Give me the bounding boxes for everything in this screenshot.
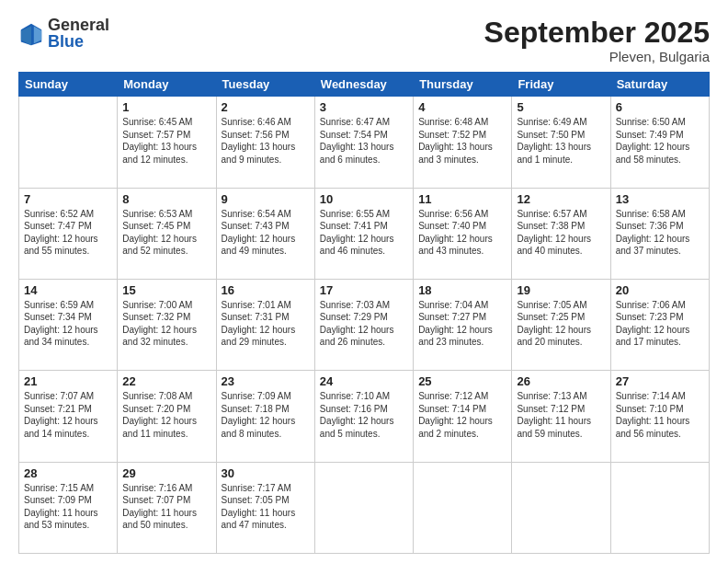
day-info: Sunrise: 7:10 AM Sunset: 7:16 PM Dayligh… xyxy=(320,390,408,440)
day-number: 21 xyxy=(24,374,112,388)
weekday-header-row: SundayMondayTuesdayWednesdayThursdayFrid… xyxy=(19,73,710,97)
day-number: 3 xyxy=(320,100,408,114)
weekday-header: Sunday xyxy=(19,73,118,97)
subtitle: Pleven, Bulgaria xyxy=(484,49,710,64)
day-number: 22 xyxy=(122,374,210,388)
calendar-cell: 16Sunrise: 7:01 AM Sunset: 7:31 PM Dayli… xyxy=(216,279,314,370)
day-info: Sunrise: 6:58 AM Sunset: 7:36 PM Dayligh… xyxy=(616,208,704,258)
day-number: 24 xyxy=(320,374,408,388)
week-row: 7Sunrise: 6:52 AM Sunset: 7:47 PM Daylig… xyxy=(19,188,710,279)
day-number: 14 xyxy=(24,283,112,297)
calendar-cell: 6Sunrise: 6:50 AM Sunset: 7:49 PM Daylig… xyxy=(610,97,709,188)
weekday-header: Monday xyxy=(118,73,216,97)
day-number: 19 xyxy=(517,283,605,297)
page: General Blue September 2025 Pleven, Bulg… xyxy=(0,0,728,563)
calendar-cell: 30Sunrise: 7:17 AM Sunset: 7:05 PM Dayli… xyxy=(216,462,314,553)
calendar-cell: 4Sunrise: 6:48 AM Sunset: 7:52 PM Daylig… xyxy=(414,97,512,188)
day-number: 2 xyxy=(222,100,310,114)
calendar-cell xyxy=(610,462,709,553)
calendar-cell xyxy=(414,462,512,553)
day-info: Sunrise: 7:06 AM Sunset: 7:23 PM Dayligh… xyxy=(616,299,704,349)
calendar-cell xyxy=(19,97,118,188)
day-info: Sunrise: 7:14 AM Sunset: 7:10 PM Dayligh… xyxy=(616,390,704,440)
calendar-cell: 29Sunrise: 7:16 AM Sunset: 7:07 PM Dayli… xyxy=(118,462,216,553)
calendar-cell: 2Sunrise: 6:46 AM Sunset: 7:56 PM Daylig… xyxy=(216,97,314,188)
day-info: Sunrise: 6:46 AM Sunset: 7:56 PM Dayligh… xyxy=(222,116,310,166)
logo-icon xyxy=(18,21,44,47)
day-info: Sunrise: 6:50 AM Sunset: 7:49 PM Dayligh… xyxy=(616,116,704,166)
calendar-cell: 25Sunrise: 7:12 AM Sunset: 7:14 PM Dayli… xyxy=(414,371,512,462)
week-row: 21Sunrise: 7:07 AM Sunset: 7:21 PM Dayli… xyxy=(19,371,710,462)
calendar-cell xyxy=(512,462,610,553)
day-number: 30 xyxy=(222,466,310,480)
day-info: Sunrise: 7:07 AM Sunset: 7:21 PM Dayligh… xyxy=(24,390,112,440)
day-info: Sunrise: 6:49 AM Sunset: 7:50 PM Dayligh… xyxy=(517,116,605,166)
header: General Blue September 2025 Pleven, Bulg… xyxy=(18,17,710,64)
calendar-cell: 1Sunrise: 6:45 AM Sunset: 7:57 PM Daylig… xyxy=(118,97,216,188)
day-info: Sunrise: 7:09 AM Sunset: 7:18 PM Dayligh… xyxy=(222,390,310,440)
day-info: Sunrise: 6:45 AM Sunset: 7:57 PM Dayligh… xyxy=(122,116,210,166)
calendar-cell: 27Sunrise: 7:14 AM Sunset: 7:10 PM Dayli… xyxy=(610,371,709,462)
calendar-cell: 18Sunrise: 7:04 AM Sunset: 7:27 PM Dayli… xyxy=(414,279,512,370)
week-row: 28Sunrise: 7:15 AM Sunset: 7:09 PM Dayli… xyxy=(19,462,710,553)
day-number: 28 xyxy=(24,466,112,480)
calendar-cell: 9Sunrise: 6:54 AM Sunset: 7:43 PM Daylig… xyxy=(216,188,314,279)
day-info: Sunrise: 7:05 AM Sunset: 7:25 PM Dayligh… xyxy=(517,299,605,349)
calendar-cell: 26Sunrise: 7:13 AM Sunset: 7:12 PM Dayli… xyxy=(512,371,610,462)
day-number: 16 xyxy=(222,283,310,297)
day-number: 4 xyxy=(418,100,506,114)
day-number: 7 xyxy=(24,192,112,206)
day-info: Sunrise: 7:17 AM Sunset: 7:05 PM Dayligh… xyxy=(222,482,310,532)
calendar-cell xyxy=(314,462,413,553)
month-title: September 2025 xyxy=(484,17,710,49)
week-row: 14Sunrise: 6:59 AM Sunset: 7:34 PM Dayli… xyxy=(19,279,710,370)
calendar-cell: 21Sunrise: 7:07 AM Sunset: 7:21 PM Dayli… xyxy=(19,371,118,462)
day-number: 29 xyxy=(122,466,210,480)
weekday-header: Tuesday xyxy=(216,73,314,97)
weekday-header: Wednesday xyxy=(314,73,413,97)
day-number: 15 xyxy=(122,283,210,297)
day-number: 18 xyxy=(418,283,506,297)
calendar-cell: 17Sunrise: 7:03 AM Sunset: 7:29 PM Dayli… xyxy=(314,279,413,370)
calendar-cell: 11Sunrise: 6:56 AM Sunset: 7:40 PM Dayli… xyxy=(414,188,512,279)
calendar-cell: 22Sunrise: 7:08 AM Sunset: 7:20 PM Dayli… xyxy=(118,371,216,462)
day-info: Sunrise: 7:16 AM Sunset: 7:07 PM Dayligh… xyxy=(122,482,210,532)
day-info: Sunrise: 6:55 AM Sunset: 7:41 PM Dayligh… xyxy=(320,208,408,258)
day-number: 8 xyxy=(122,192,210,206)
day-info: Sunrise: 7:12 AM Sunset: 7:14 PM Dayligh… xyxy=(418,390,506,440)
day-number: 5 xyxy=(517,100,605,114)
calendar: SundayMondayTuesdayWednesdayThursdayFrid… xyxy=(18,72,710,554)
logo-text: General Blue xyxy=(48,17,109,50)
title-block: September 2025 Pleven, Bulgaria xyxy=(484,17,710,64)
calendar-cell: 13Sunrise: 6:58 AM Sunset: 7:36 PM Dayli… xyxy=(610,188,709,279)
day-info: Sunrise: 7:15 AM Sunset: 7:09 PM Dayligh… xyxy=(24,482,112,532)
calendar-cell: 28Sunrise: 7:15 AM Sunset: 7:09 PM Dayli… xyxy=(19,462,118,553)
weekday-header: Friday xyxy=(512,73,610,97)
week-row: 1Sunrise: 6:45 AM Sunset: 7:57 PM Daylig… xyxy=(19,97,710,188)
logo-general: General xyxy=(48,17,109,33)
calendar-cell: 23Sunrise: 7:09 AM Sunset: 7:18 PM Dayli… xyxy=(216,371,314,462)
day-number: 6 xyxy=(616,100,704,114)
day-info: Sunrise: 6:57 AM Sunset: 7:38 PM Dayligh… xyxy=(517,208,605,258)
day-number: 13 xyxy=(616,192,704,206)
calendar-cell: 24Sunrise: 7:10 AM Sunset: 7:16 PM Dayli… xyxy=(314,371,413,462)
day-number: 23 xyxy=(222,374,310,388)
day-info: Sunrise: 7:00 AM Sunset: 7:32 PM Dayligh… xyxy=(122,299,210,349)
weekday-header: Thursday xyxy=(414,73,512,97)
day-info: Sunrise: 6:52 AM Sunset: 7:47 PM Dayligh… xyxy=(24,208,112,258)
calendar-cell: 14Sunrise: 6:59 AM Sunset: 7:34 PM Dayli… xyxy=(19,279,118,370)
calendar-cell: 10Sunrise: 6:55 AM Sunset: 7:41 PM Dayli… xyxy=(314,188,413,279)
logo-blue: Blue xyxy=(48,33,109,50)
day-info: Sunrise: 6:56 AM Sunset: 7:40 PM Dayligh… xyxy=(418,208,506,258)
day-number: 17 xyxy=(320,283,408,297)
day-info: Sunrise: 7:08 AM Sunset: 7:20 PM Dayligh… xyxy=(122,390,210,440)
calendar-cell: 5Sunrise: 6:49 AM Sunset: 7:50 PM Daylig… xyxy=(512,97,610,188)
day-info: Sunrise: 7:13 AM Sunset: 7:12 PM Dayligh… xyxy=(517,390,605,440)
day-info: Sunrise: 7:04 AM Sunset: 7:27 PM Dayligh… xyxy=(418,299,506,349)
day-number: 27 xyxy=(616,374,704,388)
day-info: Sunrise: 7:01 AM Sunset: 7:31 PM Dayligh… xyxy=(222,299,310,349)
calendar-cell: 15Sunrise: 7:00 AM Sunset: 7:32 PM Dayli… xyxy=(118,279,216,370)
calendar-cell: 7Sunrise: 6:52 AM Sunset: 7:47 PM Daylig… xyxy=(19,188,118,279)
calendar-cell: 19Sunrise: 7:05 AM Sunset: 7:25 PM Dayli… xyxy=(512,279,610,370)
day-number: 11 xyxy=(418,192,506,206)
